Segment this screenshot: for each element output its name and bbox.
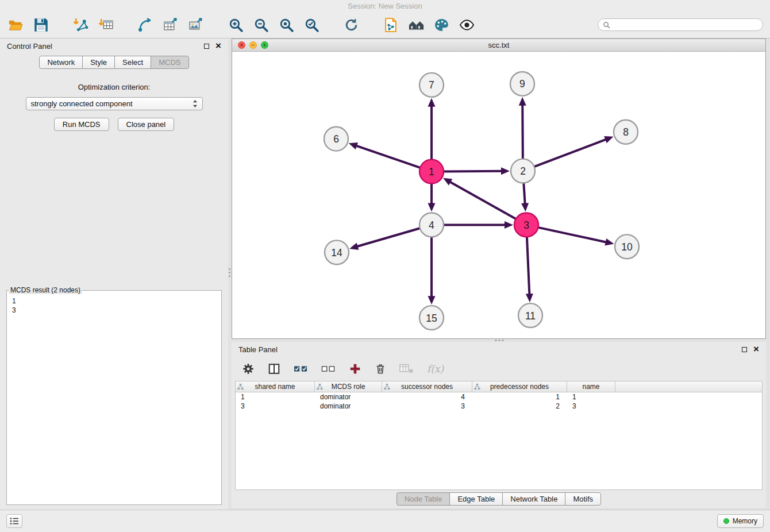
zoom-fit-button[interactable] (278, 15, 295, 34)
graph-node-label: 3 (523, 219, 529, 231)
column-header-shared-name[interactable]: shared name (236, 381, 315, 392)
function-builder-button[interactable]: f(x) (427, 363, 444, 375)
graph-edge-arrow (604, 136, 613, 143)
refresh-button[interactable] (342, 15, 360, 34)
show-column-button[interactable] (268, 363, 280, 375)
tab-network-table[interactable]: Network Table (502, 492, 565, 506)
graph-edge-2-3[interactable] (523, 183, 525, 204)
delete-column-button[interactable] (375, 363, 386, 375)
graph-edge-arrow (349, 142, 358, 149)
graph-edge-3-10[interactable] (538, 228, 607, 242)
window-splitter-handle[interactable] (495, 340, 503, 341)
export-table-button[interactable] (162, 15, 180, 34)
graph-edge-arrow (428, 296, 436, 304)
search-input[interactable] (613, 21, 758, 29)
graph-node-label: 6 (333, 133, 339, 145)
tab-motifs[interactable]: Motifs (565, 492, 601, 506)
zoom-out-button[interactable] (252, 15, 270, 34)
cell-mcds-role: dominator (315, 402, 382, 411)
tab-edge-table[interactable]: Edge Table (449, 492, 503, 506)
plus-icon (349, 363, 361, 375)
control-panel-header: Control Panel × (0, 38, 228, 53)
mcds-result-list[interactable]: 1 3 (7, 294, 221, 317)
optimization-criterion-select[interactable]: strongly connected component (26, 97, 203, 110)
column-type-icon (474, 383, 480, 392)
show-hide-button[interactable] (458, 15, 476, 34)
table-panel-header: Table Panel × (232, 342, 766, 357)
memory-button[interactable]: Memory (717, 514, 764, 528)
export-network-button[interactable] (137, 15, 155, 34)
window-titlebar: Session: New Session (0, 0, 770, 11)
network-window: × − + scc.txt 7968124314101511 (232, 38, 766, 339)
import-network-button[interactable] (72, 15, 90, 34)
result-line: 3 (12, 306, 216, 315)
close-panel-button[interactable]: Close panel (118, 118, 175, 131)
network-canvas[interactable]: 7968124314101511 (232, 52, 765, 338)
add-column-button[interactable] (349, 363, 361, 375)
float-panel-icon[interactable] (204, 44, 209, 49)
graph-edge-arrow (349, 242, 359, 249)
window-minimize-button[interactable]: − (249, 41, 257, 49)
list-icon (10, 517, 19, 525)
import-table-button[interactable] (97, 15, 115, 34)
search-icon (603, 21, 610, 29)
tab-node-table[interactable]: Node Table (396, 492, 451, 506)
tab-style[interactable]: Style (82, 56, 115, 69)
graph-edge-4-14[interactable] (357, 228, 420, 246)
graph-edge-2-8[interactable] (534, 139, 607, 167)
table-settings-button[interactable] (242, 363, 255, 375)
graph-edge-2-9[interactable] (522, 105, 523, 159)
cell-shared-name: 3 (236, 402, 315, 411)
table-row[interactable]: 1 dominator 4 1 1 (236, 392, 762, 402)
unchecked-boxes-icon (321, 363, 336, 375)
column-header-name[interactable]: name (567, 381, 615, 392)
graph-edge-3-1[interactable] (449, 182, 515, 219)
export-document-button[interactable] (382, 15, 400, 34)
delete-table-button[interactable] (399, 363, 414, 375)
deselect-all-button[interactable] (321, 363, 336, 375)
table-delete-icon (399, 363, 414, 375)
panel-splitter-handle[interactable] (229, 268, 230, 277)
tab-network[interactable]: Network (39, 56, 83, 69)
home-panels-button[interactable] (407, 15, 425, 34)
close-panel-icon[interactable]: × (215, 43, 221, 49)
graph-edge-arrow (428, 98, 436, 107)
graph-edge-arrow (505, 221, 513, 229)
window-maximize-button[interactable]: + (261, 41, 268, 49)
graph-edge-1-6[interactable] (356, 145, 420, 167)
graph-edge-1-2[interactable] (444, 171, 502, 172)
search-box[interactable] (598, 18, 763, 31)
select-all-button[interactable] (294, 363, 308, 375)
float-table-panel-icon[interactable] (742, 347, 747, 352)
task-history-button[interactable] (6, 514, 22, 528)
node-table: shared name MCDS role successor nodes (235, 381, 763, 490)
style-button[interactable] (433, 15, 451, 34)
table-row[interactable]: 3 dominator 3 2 3 (236, 402, 762, 411)
graph-edge-3-11[interactable] (527, 237, 529, 295)
export-image-button[interactable] (187, 15, 205, 34)
folder-open-icon (8, 17, 24, 33)
window-close-button[interactable]: × (238, 41, 245, 49)
column-header-mcds-role[interactable]: MCDS role (315, 381, 382, 392)
close-table-panel-icon[interactable]: × (753, 346, 759, 353)
run-mcds-button[interactable]: Run MCDS (54, 118, 109, 131)
graph-node-label: 15 (426, 313, 437, 324)
save-icon (33, 17, 49, 33)
network-window-titlebar[interactable]: × − + scc.txt (232, 39, 765, 52)
cell-predecessor-nodes: 2 (472, 402, 567, 411)
criterion-selected-value: strongly connected component (31, 99, 133, 108)
network-graph: 7968124314101511 (232, 52, 765, 338)
image-arrow-icon (188, 17, 204, 33)
zoom-in-button[interactable] (227, 15, 245, 34)
save-session-button[interactable] (32, 15, 50, 34)
graph-edge-arrow (605, 238, 614, 246)
tab-mcds[interactable]: MCDS (151, 56, 188, 69)
tab-select[interactable]: Select (114, 56, 151, 69)
right-column: × − + scc.txt 7968124314101511 Table Pan… (228, 38, 770, 510)
column-header-successor-nodes[interactable]: successor nodes (382, 381, 472, 392)
mcds-result-title: MCDS result (2 nodes) (9, 286, 82, 294)
table-arrow-icon (163, 17, 179, 33)
zoom-selected-button[interactable] (303, 15, 321, 34)
column-header-predecessor-nodes[interactable]: predecessor nodes (472, 381, 567, 392)
open-session-button[interactable] (7, 15, 25, 34)
